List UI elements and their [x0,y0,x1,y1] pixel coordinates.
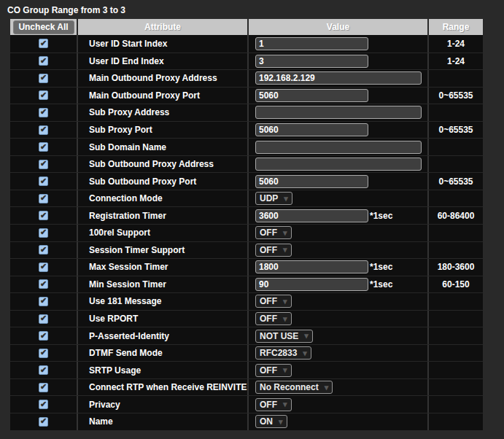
row-checkbox[interactable]: ✔ [39,365,48,375]
attribute-label: Main Outbound Proxy Port [89,90,200,101]
value-select-label: OFF [260,314,277,324]
attribute-cell: Sub Proxy Port [78,122,249,139]
range-label: 180-3600 [438,262,475,272]
value-select[interactable]: OFF▾ [255,295,292,308]
table-row: ✔ Sub Proxy Port 0~65535 [10,121,483,139]
attribute-cell: Sub Outbound Proxy Address [78,156,249,173]
check-icon: ✔ [40,125,47,133]
range-cell [429,139,483,155]
attribute-label: DTMF Send Mode [89,348,163,358]
table-row: ✔ 100rel Support OFF▾ [10,224,483,241]
table-row: ✔ Sub Domain Name [10,138,483,155]
value-select[interactable]: OFF▾ [255,312,292,325]
chevron-down-icon: ▾ [283,298,287,306]
range-cell: 1-24 [429,53,483,70]
check-icon: ✔ [40,400,47,408]
table-row: ✔ Use RPORT OFF▾ [10,310,483,327]
row-checkbox[interactable]: ✔ [39,228,48,238]
row-checkbox[interactable]: ✔ [39,125,48,135]
row-checkbox[interactable]: ✔ [39,108,48,117]
value-input[interactable] [255,141,422,154]
row-checkbox[interactable]: ✔ [39,314,48,324]
attribute-cell: Privacy [78,396,249,413]
chevron-down-icon: ▾ [325,384,329,392]
range-label: 0~65535 [438,176,473,187]
value-cell: ON▾ [249,413,429,430]
attribute-cell: Main Outbound Proxy Port [78,88,249,104]
value-input[interactable] [255,71,422,85]
chevron-down-icon: ▾ [283,246,287,254]
row-checkbox[interactable]: ✔ [39,263,48,272]
attribute-cell: Registration Timer [78,207,249,224]
value-select[interactable]: OFF▾ [255,364,292,377]
value-select[interactable]: ON▾ [255,415,287,428]
row-checkbox[interactable]: ✔ [39,142,48,152]
row-checkbox[interactable]: ✔ [39,176,48,186]
uncheck-all-button[interactable]: Uncheck All [13,20,74,34]
value-select-label: OFF [260,365,277,376]
table-row: ✔ Main Outbound Proxy Port 0~65535 [10,87,483,104]
checkbox-cell: ✔ [10,327,78,344]
value-select[interactable]: NOT USE▾ [255,330,313,343]
value-input[interactable] [255,278,368,291]
row-checkbox[interactable]: ✔ [39,160,48,169]
value-input[interactable] [255,209,368,222]
row-checkbox[interactable]: ✔ [39,349,48,358]
attribute-cell: Use 181 Message [78,293,249,310]
page-title: CO Group Range from 3 to 3 [0,0,504,19]
row-checkbox[interactable]: ✔ [39,245,48,255]
row-checkbox[interactable]: ✔ [39,39,48,48]
value-input[interactable] [255,158,422,171]
range-label: 60-86400 [438,211,475,221]
attribute-cell: Sub Domain Name [78,139,249,155]
chevron-down-icon: ▾ [303,349,307,357]
check-icon: ✔ [40,108,47,116]
range-cell: 60-86400 [429,207,483,224]
value-select[interactable]: OFF▾ [255,398,292,411]
value-cell: OFF▾ [249,293,429,310]
row-checkbox[interactable]: ✔ [39,279,48,289]
checkbox-cell: ✔ [10,53,78,70]
table-row: ✔ Sub Outbound Proxy Port 0~65535 [10,172,483,190]
range-cell: 60-150 [429,276,483,293]
value-input[interactable] [255,123,368,136]
attribute-cell: User ID Start Index [78,35,249,53]
value-cell [249,139,429,155]
value-select[interactable]: OFF▾ [255,226,292,239]
row-checkbox[interactable]: ✔ [39,331,48,341]
check-icon: ✔ [40,349,47,357]
check-icon: ✔ [40,39,47,47]
value-select[interactable]: UDP▾ [255,192,292,205]
range-cell [429,104,483,121]
row-checkbox[interactable]: ✔ [39,400,48,409]
row-checkbox[interactable]: ✔ [39,297,48,306]
row-checkbox[interactable]: ✔ [39,417,48,427]
checkbox-cell: ✔ [10,88,78,104]
value-input[interactable] [255,175,368,188]
value-cell: RFC2833▾ [249,345,429,362]
chevron-down-icon: ▾ [283,366,287,374]
row-checkbox[interactable]: ✔ [39,56,48,66]
attribute-cell: User ID End Index [78,53,249,70]
attribute-label: Sub Outbound Proxy Port [89,176,196,187]
value-select-label: OFF [260,400,277,410]
value-input[interactable] [255,89,368,102]
row-checkbox[interactable]: ✔ [39,90,48,100]
checkbox-cell: ✔ [10,379,78,396]
value-input[interactable] [255,106,422,119]
table-header-row: Uncheck All Attribute Value Range [10,19,483,35]
range-label: 0~65535 [438,90,473,101]
value-select[interactable]: No Reconnect▾ [255,381,333,394]
attribute-label: Min Session Timer [89,279,166,290]
value-select[interactable]: OFF▾ [255,244,292,257]
value-input[interactable] [255,37,368,50]
row-checkbox[interactable]: ✔ [39,383,48,392]
row-checkbox[interactable]: ✔ [39,211,48,220]
value-input[interactable] [255,260,368,273]
row-checkbox[interactable]: ✔ [39,194,48,203]
checkbox-cell: ✔ [10,173,78,190]
value-input[interactable] [255,55,368,68]
row-checkbox[interactable]: ✔ [39,74,48,83]
value-select[interactable]: RFC2833▾ [255,346,311,360]
attribute-cell: Sub Proxy Address [78,104,249,121]
